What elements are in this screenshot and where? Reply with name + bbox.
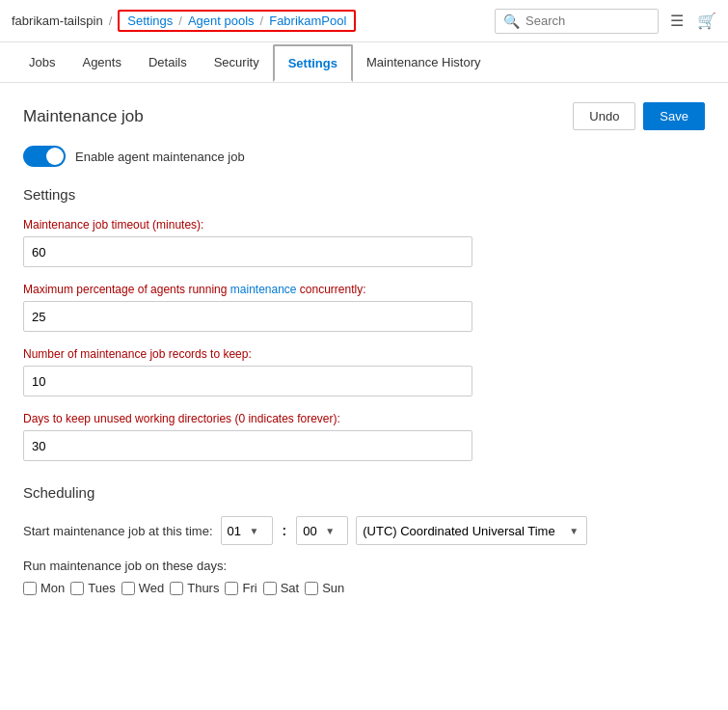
day-sat[interactable]: Sat [263,581,300,595]
label-max-highlight: maintenance [230,283,297,296]
checkbox-wed[interactable] [121,582,135,595]
input-timeout[interactable] [23,236,472,267]
day-mon-label: Mon [40,581,65,595]
day-thurs-label: Thurs [187,581,219,595]
field-days-to-keep: Days to keep unused working directories … [23,412,705,461]
label-records-to-keep: Number of maintenance job records to kee… [23,347,705,361]
save-button[interactable]: Save [643,102,705,130]
breadcrumb-fabrikam-pool[interactable]: FabrikamPool [269,14,346,28]
tab-security[interactable]: Security [201,45,273,81]
list-icon[interactable]: ☰ [670,12,684,30]
sep1: / [109,14,113,28]
input-days-to-keep[interactable] [23,430,472,461]
search-icon: 🔍 [503,14,520,29]
breadcrumb-container: Settings / Agent pools / FabrikamPool [118,10,356,32]
search-input[interactable] [526,14,650,28]
input-records-to-keep[interactable] [23,366,472,396]
start-time-label: Start maintenance job at this time: [23,524,213,538]
input-max-percentage[interactable] [23,301,472,332]
label-max-suffix: concurrently: [297,283,366,296]
minute-select-wrap[interactable]: 00153045 ▼ [296,516,348,545]
day-fri[interactable]: Fri [225,581,256,595]
scheduling-title: Scheduling [23,484,705,501]
minute-select[interactable]: 00153045 [303,524,321,538]
days-label: Run maintenance job on these days: [23,559,705,573]
hour-chevron-icon: ▼ [250,526,259,536]
tz-chevron-icon: ▼ [569,526,579,536]
brand-label: fabrikam-tailspin [12,14,103,28]
sep2: / [178,14,182,28]
checkbox-sat[interactable] [263,582,277,595]
bag-icon[interactable]: 🛒 [697,12,716,30]
undo-button[interactable]: Undo [573,102,635,130]
topbar-icons: ☰ 🛒 [670,12,716,30]
section-header: Maintenance job Undo Save [23,102,705,130]
breadcrumb-agent-pools[interactable]: Agent pools [188,14,255,28]
label-records-text: Number of maintenance job records to kee… [23,347,252,361]
label-days-text: Days to keep unused working directories … [23,412,340,425]
day-tues[interactable]: Tues [70,581,115,595]
day-sun-label: Sun [322,581,344,595]
day-thurs[interactable]: Thurs [170,581,219,595]
hour-select[interactable]: 01020304 05060708 09101112 13141516 1718… [228,524,246,538]
days-checkboxes: Mon Tues Wed Thurs Fri Sat [23,581,705,595]
toggle-row: Enable agent maintenance job [23,146,705,167]
day-tues-label: Tues [88,581,115,595]
field-records-to-keep: Number of maintenance job records to kee… [23,347,705,396]
tab-settings[interactable]: Settings [273,44,353,82]
days-section: Run maintenance job on these days: Mon T… [23,559,705,595]
label-max-prefix: Maximum percentage of agents running [23,283,230,296]
main-content: Maintenance job Undo Save Enable agent m… [0,83,728,614]
checkbox-tues[interactable] [70,582,84,595]
settings-group-title: Settings [23,186,705,203]
day-wed-label: Wed [139,581,165,595]
start-time-row: Start maintenance job at this time: 0102… [23,516,705,545]
search-box[interactable]: 🔍 [495,9,659,34]
tab-agents[interactable]: Agents [68,45,134,81]
day-wed[interactable]: Wed [121,581,165,595]
checkbox-mon[interactable] [23,582,37,595]
topbar: fabrikam-tailspin / Settings / Agent poo… [0,0,728,42]
section-title: Maintenance job [23,107,144,126]
day-fri-label: Fri [242,581,256,595]
field-timeout: Maintenance job timeout (minutes): [23,218,705,267]
timezone-select[interactable]: (UTC) Coordinated Universal Time (UTC-08… [363,524,565,538]
sep3: / [260,14,264,28]
minute-chevron-icon: ▼ [325,526,335,536]
checkbox-thurs[interactable] [170,582,183,595]
checkbox-fri[interactable] [225,582,238,595]
breadcrumb-settings[interactable]: Settings [127,14,173,28]
label-timeout-text: Maintenance job timeout (minutes): [23,218,203,232]
tab-navigation: Jobs Agents Details Security Settings Ma… [0,42,728,83]
hour-select-wrap[interactable]: 01020304 05060708 09101112 13141516 1718… [221,516,273,545]
checkbox-sun[interactable] [305,582,318,595]
tab-maintenance-history[interactable]: Maintenance History [353,45,495,81]
field-max-percentage: Maximum percentage of agents running mai… [23,283,705,332]
toggle-label: Enable agent maintenance job [75,150,245,164]
day-mon[interactable]: Mon [23,581,65,595]
label-timeout: Maintenance job timeout (minutes): [23,218,705,232]
time-colon: : [281,523,289,538]
label-max-percentage: Maximum percentage of agents running mai… [23,283,705,296]
tab-jobs[interactable]: Jobs [15,45,68,81]
tab-details[interactable]: Details [135,45,201,81]
action-buttons: Undo Save [573,102,705,130]
label-days-to-keep: Days to keep unused working directories … [23,412,705,425]
enable-maintenance-toggle[interactable] [23,146,66,167]
timezone-select-wrap[interactable]: (UTC) Coordinated Universal Time (UTC-08… [356,516,587,545]
day-sat-label: Sat [281,581,300,595]
day-sun[interactable]: Sun [305,581,344,595]
